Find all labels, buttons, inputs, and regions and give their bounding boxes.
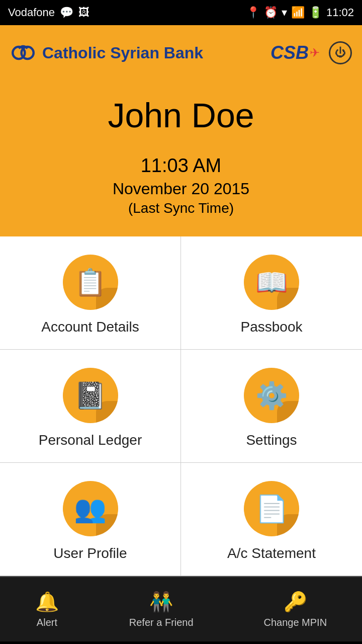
- wifi-icon: ▾: [282, 6, 287, 19]
- sync-date: November 20 2015: [10, 180, 352, 198]
- ac-statement-icon-circle: 📄: [244, 481, 299, 536]
- personal-ledger-icon: 📓: [74, 380, 107, 411]
- power-button[interactable]: ⏻: [329, 41, 352, 64]
- passbook-icon-circle: 📖: [244, 255, 299, 310]
- personal-ledger-label: Personal Ledger: [39, 432, 142, 448]
- android-bar: ◁ ○ □: [0, 641, 362, 644]
- nav-item-change-mpin[interactable]: 🔑 Change MPIN: [263, 591, 327, 628]
- power-icon: ⏻: [335, 46, 346, 59]
- user-profile-icon-circle: 👥: [63, 481, 118, 536]
- change-mpin-label: Change MPIN: [263, 617, 327, 628]
- status-right: 📍 ⏰ ▾ 📶 🔋 11:02: [246, 6, 354, 19]
- sync-label: (Last Sync Time): [10, 200, 352, 216]
- user-profile-label: User Profile: [53, 545, 127, 561]
- image-icon: 🖼: [78, 6, 89, 19]
- menu-item-ac-statement[interactable]: 📄 A/c Statement: [181, 463, 362, 576]
- nav-item-refer-friend[interactable]: 👬 Refer a Friend: [129, 591, 194, 628]
- menu-item-settings[interactable]: ⚙️ Settings: [181, 350, 362, 463]
- alert-icon: 🔔: [35, 591, 59, 613]
- ac-statement-icon: 📄: [255, 494, 288, 524]
- sync-time: 11:03 AM: [10, 155, 352, 177]
- whatsapp-icon: 💬: [60, 6, 73, 19]
- hero-section: John Doe 11:03 AM November 20 2015 (Last…: [0, 80, 362, 236]
- nav-item-alert[interactable]: 🔔 Alert: [35, 591, 59, 628]
- user-profile-icon: 👥: [74, 494, 107, 524]
- user-name: John Doe: [10, 96, 352, 135]
- battery-icon: 🔋: [309, 6, 322, 19]
- settings-label: Settings: [246, 432, 297, 448]
- menu-grid: 📋 Account Details 📖 Passbook 📓 Personal …: [0, 236, 362, 576]
- csb-text: CSB: [270, 42, 309, 63]
- svg-point-1: [22, 47, 34, 59]
- passbook-icon: 📖: [255, 267, 288, 298]
- menu-item-passbook[interactable]: 📖 Passbook: [181, 236, 362, 350]
- menu-item-user-profile[interactable]: 👥 User Profile: [0, 463, 181, 576]
- csb-rocket-icon: ✈: [310, 46, 320, 60]
- status-left: Vodafone 💬 🖼: [8, 6, 89, 19]
- bottom-nav: 🔔 Alert 👬 Refer a Friend 🔑 Change MPIN: [0, 576, 362, 641]
- csb-logo-icon: [10, 40, 36, 66]
- menu-item-personal-ledger[interactable]: 📓 Personal Ledger: [0, 350, 181, 463]
- csb-brand: CSB ✈: [270, 42, 320, 63]
- account-details-label: Account Details: [41, 319, 139, 335]
- alarm-icon: ⏰: [264, 6, 278, 19]
- app-header: Catholic Syrian Bank CSB ✈ ⏻: [0, 25, 362, 80]
- settings-icon-circle: ⚙️: [244, 368, 299, 423]
- header-logo: Catholic Syrian Bank: [10, 40, 203, 66]
- header-right: CSB ✈ ⏻: [270, 41, 352, 64]
- location-icon: 📍: [246, 6, 260, 19]
- personal-ledger-icon-circle: 📓: [63, 368, 118, 423]
- change-mpin-icon: 🔑: [284, 591, 307, 613]
- refer-friend-label: Refer a Friend: [129, 617, 194, 628]
- signal-icon: 📶: [291, 6, 305, 19]
- ac-statement-label: A/c Statement: [227, 545, 316, 561]
- account-details-icon-circle: 📋: [63, 255, 118, 310]
- refer-friend-icon: 👬: [149, 591, 173, 613]
- alert-label: Alert: [37, 617, 57, 628]
- status-bar: Vodafone 💬 🖼 📍 ⏰ ▾ 📶 🔋 11:02: [0, 0, 362, 25]
- menu-item-account-details[interactable]: 📋 Account Details: [0, 236, 181, 350]
- settings-icon: ⚙️: [255, 380, 288, 411]
- account-details-icon: 📋: [74, 267, 107, 298]
- carrier-name: Vodafone: [8, 6, 55, 19]
- bank-name: Catholic Syrian Bank: [42, 44, 203, 62]
- passbook-label: Passbook: [241, 319, 303, 335]
- clock-time: 11:02: [326, 6, 354, 19]
